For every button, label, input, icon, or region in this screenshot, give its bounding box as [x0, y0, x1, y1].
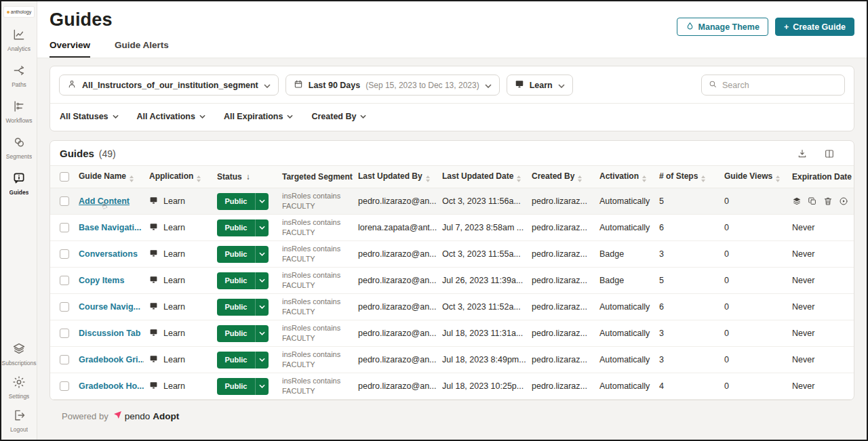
column-header-guide-views[interactable]: Guide Views — [719, 166, 787, 188]
subscriptions-icon — [12, 342, 26, 357]
guide-name-link[interactable]: Base Navigati... — [79, 223, 141, 232]
column-header-status[interactable]: Status↓ — [212, 166, 277, 188]
sidebar-bottom-nav: Subscriptions Settings Logout — [1, 342, 37, 433]
status-dropdown[interactable]: Public — [217, 272, 269, 289]
expiration-cell: Never — [792, 381, 814, 391]
chevron-down-icon — [558, 81, 565, 90]
application-label: Learn — [163, 276, 185, 285]
download-icon[interactable] — [797, 148, 808, 159]
play-circle-icon[interactable] — [839, 196, 848, 206]
guide-name-link[interactable]: Discussion Tab — [79, 329, 140, 338]
row-checkbox[interactable] — [60, 355, 69, 364]
steps-cell: 6 — [654, 294, 719, 320]
targeted-segment-value: FACULTY — [282, 333, 347, 343]
targeted-segment-rule: insRoles contains — [282, 323, 347, 333]
guide-views-cell: 0 — [719, 241, 787, 268]
sidebar-item-segments[interactable]: Segments — [1, 135, 37, 160]
guide-views-cell: 0 — [719, 215, 787, 241]
all-statuses-dropdown[interactable]: All Statuses — [60, 112, 119, 121]
row-checkbox[interactable] — [60, 381, 69, 391]
sidebar-item-settings[interactable]: Settings — [1, 375, 37, 400]
row-checkbox[interactable] — [60, 329, 69, 338]
table-header-bar: Guides (49) — [50, 141, 854, 165]
status-dropdown[interactable]: Public — [217, 299, 269, 316]
tab-guide-alerts[interactable]: Guide Alerts — [115, 40, 169, 58]
table-row[interactable]: Add Content ☝ Learn Public insRoles cont… — [50, 188, 854, 215]
column-header-activation[interactable]: Activation — [594, 166, 654, 188]
status-dropdown[interactable]: Public — [217, 352, 269, 369]
steps-cell: 4 — [654, 373, 719, 400]
row-checkbox[interactable] — [60, 302, 69, 312]
sidebar-item-subscriptions[interactable]: Subscriptions — [1, 342, 37, 366]
sidebar-item-logout[interactable]: Logout — [1, 408, 37, 433]
column-header-last-updated-by[interactable]: Last Updated By — [353, 166, 437, 188]
activation-cell: Automatically — [594, 373, 654, 400]
sidebar-item-workflows[interactable]: Workflows — [1, 100, 37, 124]
steps-cell: 6 — [654, 215, 719, 241]
targeted-segment-value: FACULTY — [282, 386, 347, 396]
table-row[interactable]: Base Navigati... ☝ Learn Public insRoles… — [50, 215, 854, 241]
steps-stack-icon[interactable] — [792, 196, 802, 206]
status-dropdown[interactable]: Public — [217, 378, 269, 395]
guide-name-link[interactable]: Copy Items — [79, 276, 124, 285]
tab-overview[interactable]: Overview — [50, 40, 90, 58]
table-row[interactable]: Conversations ☝ Learn Public insRoles co… — [50, 241, 854, 268]
application-label: Learn — [163, 355, 185, 364]
activation-cell: Badge — [594, 241, 654, 268]
status-dropdown[interactable]: Public — [217, 219, 269, 236]
date-range-dropdown[interactable]: Last 90 Days (Sep 15, 2023 to Dec 13, 20… — [285, 75, 500, 96]
targeted-segment-value: FACULTY — [282, 360, 347, 370]
table-row[interactable]: Gradebook Ho... ☝ Learn Public insRoles … — [50, 373, 854, 400]
guide-name-link[interactable]: Gradebook Ho... — [79, 381, 144, 391]
manage-theme-button[interactable]: Manage Theme — [677, 18, 768, 36]
created-by-dropdown[interactable]: Created By — [311, 112, 366, 121]
sidebar-item-analytics[interactable]: Analytics — [1, 28, 37, 52]
row-checkbox[interactable] — [60, 276, 69, 285]
column-header-guide-name[interactable]: Guide Name — [73, 166, 144, 188]
table-row[interactable]: Copy Items ☝ Learn Public insRoles conta… — [50, 268, 854, 294]
select-all-checkbox[interactable] — [60, 172, 69, 182]
guide-name-link[interactable]: Conversations — [79, 249, 138, 259]
table-row[interactable]: Course Navig... ☝ Learn Public insRoles … — [50, 294, 854, 320]
segment-dropdown[interactable]: All_Instructors_of_our_institution_segme… — [59, 75, 279, 96]
column-header-expiration-date-t: Expiration Date / T — [787, 166, 854, 188]
create-guide-button[interactable]: + Create Guide — [775, 18, 854, 36]
search-icon — [708, 79, 717, 91]
table-row[interactable]: Gradebook Gri... ☝ Learn Public insRoles… — [50, 347, 854, 373]
steps-cell: 5 — [654, 188, 719, 215]
sort-desc-icon: ↓ — [246, 172, 250, 182]
last-updated-by-cell: pedro.lizarazo@an... — [353, 320, 437, 347]
last-updated-date-cell: Jul 26, 2023 11:39a... — [437, 268, 526, 294]
row-checkbox[interactable] — [60, 249, 69, 259]
all-activations-dropdown[interactable]: All Activations — [137, 112, 205, 121]
activation-cell: Automatically — [594, 294, 654, 320]
sidebar-item-paths[interactable]: Paths — [1, 64, 37, 88]
table-row[interactable]: Discussion Tab ☝ Learn Public insRoles c… — [50, 320, 854, 347]
status-dropdown[interactable]: Public — [217, 325, 269, 342]
pendo-icon — [113, 411, 122, 421]
all-expirations-dropdown[interactable]: All Expirations — [224, 112, 294, 121]
status-dropdown[interactable]: Public — [217, 246, 269, 263]
last-updated-by-cell: pedro.lizarazo@an... — [353, 294, 437, 320]
trash-icon[interactable] — [823, 196, 833, 206]
status-badge-label: Public — [217, 276, 255, 285]
last-updated-by-cell: pedro.lizarazo@an... — [353, 268, 437, 294]
created-by-cell: pedro.lizaraz... — [526, 320, 594, 347]
search-input[interactable] — [722, 81, 838, 90]
column-header-last-updated-date[interactable]: Last Updated Date — [437, 166, 526, 188]
column-header--of-steps[interactable]: # of Steps — [654, 166, 719, 188]
sidebar-item-guides[interactable]: Guides — [1, 171, 37, 196]
row-checkbox[interactable] — [60, 223, 69, 232]
guide-name-link[interactable]: Gradebook Gri... — [79, 355, 144, 364]
search-box — [701, 75, 845, 96]
chevron-down-icon — [485, 81, 492, 90]
status-dropdown[interactable]: Public — [217, 193, 269, 210]
column-header-application[interactable]: Application — [144, 166, 212, 188]
expiration-cell: Never — [792, 276, 814, 285]
column-header-created-by[interactable]: Created By — [526, 166, 594, 188]
guide-name-link[interactable]: Course Navig... — [79, 302, 140, 312]
application-dropdown[interactable]: Learn — [507, 75, 573, 96]
row-checkbox[interactable] — [60, 196, 69, 206]
copy-icon[interactable] — [808, 196, 817, 206]
columns-icon[interactable] — [824, 148, 835, 159]
